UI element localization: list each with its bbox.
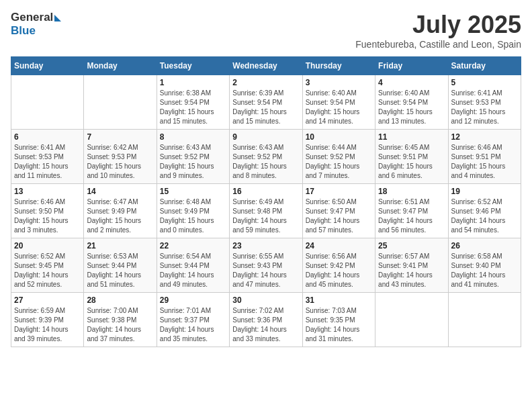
day-number: 13 (14, 187, 81, 196)
calendar-cell: 9Sunrise: 6:43 AM Sunset: 9:52 PM Daylig… (230, 130, 302, 184)
day-detail: Sunrise: 6:58 AM Sunset: 9:40 PM Dayligh… (451, 252, 518, 289)
day-detail: Sunrise: 6:42 AM Sunset: 9:53 PM Dayligh… (87, 143, 153, 181)
day-number: 26 (451, 241, 518, 250)
day-number: 31 (306, 295, 372, 305)
calendar-cell: 7Sunrise: 6:42 AM Sunset: 9:53 PM Daylig… (84, 130, 157, 184)
calendar-cell: 30Sunrise: 7:02 AM Sunset: 9:36 PM Dayli… (230, 293, 302, 347)
logo-general: General (11, 11, 53, 24)
day-number: 7 (87, 132, 153, 142)
day-detail: Sunrise: 6:55 AM Sunset: 9:43 PM Dayligh… (232, 252, 299, 289)
calendar-cell: 14Sunrise: 6:47 AM Sunset: 9:49 PM Dayli… (84, 184, 157, 238)
month-year: July 2025 (355, 11, 521, 39)
day-number: 14 (87, 187, 153, 196)
calendar-cell: 31Sunrise: 7:03 AM Sunset: 9:35 PM Dayli… (302, 293, 375, 347)
day-detail: Sunrise: 6:52 AM Sunset: 9:45 PM Dayligh… (14, 252, 81, 289)
day-number: 4 (378, 78, 445, 87)
day-detail: Sunrise: 6:48 AM Sunset: 9:49 PM Dayligh… (160, 197, 226, 235)
weekday-header-saturday: Saturday (448, 57, 521, 75)
day-number: 19 (451, 187, 518, 196)
day-number: 17 (306, 187, 372, 196)
calendar-cell: 19Sunrise: 6:52 AM Sunset: 9:46 PM Dayli… (448, 184, 521, 238)
day-detail: Sunrise: 6:40 AM Sunset: 9:54 PM Dayligh… (378, 89, 445, 126)
weekday-header-thursday: Thursday (302, 57, 375, 75)
day-number: 16 (232, 187, 299, 196)
calendar-cell: 13Sunrise: 6:46 AM Sunset: 9:50 PM Dayli… (11, 184, 84, 238)
day-detail: Sunrise: 7:01 AM Sunset: 9:37 PM Dayligh… (160, 306, 226, 344)
day-detail: Sunrise: 6:51 AM Sunset: 9:47 PM Dayligh… (378, 197, 445, 235)
day-number: 6 (14, 132, 81, 142)
day-number: 29 (160, 295, 226, 305)
location: Fuentebureba, Castille and Leon, Spain (355, 39, 521, 50)
day-number: 20 (14, 241, 81, 250)
weekday-header-friday: Friday (375, 57, 448, 75)
day-detail: Sunrise: 6:44 AM Sunset: 9:52 PM Dayligh… (306, 143, 372, 181)
calendar-cell: 2Sunrise: 6:39 AM Sunset: 9:54 PM Daylig… (230, 75, 302, 130)
calendar-cell: 28Sunrise: 7:00 AM Sunset: 9:38 PM Dayli… (84, 293, 157, 347)
day-number: 5 (451, 78, 518, 87)
day-number: 25 (378, 241, 445, 250)
calendar-cell: 26Sunrise: 6:58 AM Sunset: 9:40 PM Dayli… (448, 238, 521, 293)
day-number: 2 (232, 78, 299, 87)
day-number: 10 (306, 132, 372, 142)
calendar-cell: 3Sunrise: 6:40 AM Sunset: 9:54 PM Daylig… (302, 75, 375, 130)
calendar-cell (11, 75, 84, 130)
day-number: 11 (378, 132, 445, 142)
calendar-cell: 12Sunrise: 6:46 AM Sunset: 9:51 PM Dayli… (448, 130, 521, 184)
day-detail: Sunrise: 6:46 AM Sunset: 9:50 PM Dayligh… (14, 197, 81, 235)
calendar-cell: 5Sunrise: 6:41 AM Sunset: 9:53 PM Daylig… (448, 75, 521, 130)
day-number: 9 (232, 132, 299, 142)
weekday-header-sunday: Sunday (11, 57, 84, 75)
day-number: 12 (451, 132, 518, 142)
logo-blue: Blue (11, 24, 36, 38)
day-detail: Sunrise: 6:43 AM Sunset: 9:52 PM Dayligh… (232, 143, 299, 181)
calendar-cell: 15Sunrise: 6:48 AM Sunset: 9:49 PM Dayli… (157, 184, 229, 238)
day-number: 18 (378, 187, 445, 196)
day-detail: Sunrise: 6:52 AM Sunset: 9:46 PM Dayligh… (451, 197, 518, 235)
logo: General Blue (11, 11, 61, 38)
day-detail: Sunrise: 7:02 AM Sunset: 9:36 PM Dayligh… (232, 306, 299, 344)
calendar-cell (448, 293, 521, 347)
calendar-cell: 24Sunrise: 6:56 AM Sunset: 9:42 PM Dayli… (302, 238, 375, 293)
calendar-table: SundayMondayTuesdayWednesdayThursdayFrid… (11, 56, 521, 347)
calendar-cell: 22Sunrise: 6:54 AM Sunset: 9:44 PM Dayli… (157, 238, 229, 293)
calendar-cell: 1Sunrise: 6:38 AM Sunset: 9:54 PM Daylig… (157, 75, 229, 130)
calendar-cell: 16Sunrise: 6:49 AM Sunset: 9:48 PM Dayli… (230, 184, 302, 238)
day-number: 3 (306, 78, 372, 87)
day-detail: Sunrise: 6:41 AM Sunset: 9:53 PM Dayligh… (451, 89, 518, 126)
weekday-header-wednesday: Wednesday (230, 57, 302, 75)
day-number: 21 (87, 241, 153, 250)
calendar-cell (84, 75, 157, 130)
day-detail: Sunrise: 7:03 AM Sunset: 9:35 PM Dayligh… (306, 306, 372, 344)
calendar-cell: 20Sunrise: 6:52 AM Sunset: 9:45 PM Dayli… (11, 238, 84, 293)
logo-triangle-icon (54, 15, 61, 21)
page-header: General Blue July 2025 Fuentebureba, Cas… (11, 11, 521, 50)
day-number: 8 (160, 132, 226, 142)
day-detail: Sunrise: 6:38 AM Sunset: 9:54 PM Dayligh… (160, 89, 226, 126)
day-detail: Sunrise: 6:59 AM Sunset: 9:39 PM Dayligh… (14, 306, 81, 344)
day-number: 28 (87, 295, 153, 305)
calendar-cell: 29Sunrise: 7:01 AM Sunset: 9:37 PM Dayli… (157, 293, 229, 347)
calendar-cell: 18Sunrise: 6:51 AM Sunset: 9:47 PM Dayli… (375, 184, 448, 238)
title-block: July 2025 Fuentebureba, Castille and Leo… (355, 11, 521, 50)
calendar-cell: 11Sunrise: 6:45 AM Sunset: 9:51 PM Dayli… (375, 130, 448, 184)
day-number: 30 (232, 295, 299, 305)
day-detail: Sunrise: 6:45 AM Sunset: 9:51 PM Dayligh… (378, 143, 445, 181)
day-detail: Sunrise: 6:56 AM Sunset: 9:42 PM Dayligh… (306, 252, 372, 289)
calendar-cell: 25Sunrise: 6:57 AM Sunset: 9:41 PM Dayli… (375, 238, 448, 293)
day-number: 22 (160, 241, 226, 250)
day-detail: Sunrise: 7:00 AM Sunset: 9:38 PM Dayligh… (87, 306, 153, 344)
calendar-cell: 10Sunrise: 6:44 AM Sunset: 9:52 PM Dayli… (302, 130, 375, 184)
calendar-cell (375, 293, 448, 347)
day-detail: Sunrise: 6:41 AM Sunset: 9:53 PM Dayligh… (14, 143, 81, 181)
day-detail: Sunrise: 6:40 AM Sunset: 9:54 PM Dayligh… (306, 89, 372, 126)
calendar-cell: 23Sunrise: 6:55 AM Sunset: 9:43 PM Dayli… (230, 238, 302, 293)
day-detail: Sunrise: 6:47 AM Sunset: 9:49 PM Dayligh… (87, 197, 153, 235)
day-detail: Sunrise: 6:39 AM Sunset: 9:54 PM Dayligh… (232, 89, 299, 126)
day-detail: Sunrise: 6:49 AM Sunset: 9:48 PM Dayligh… (232, 197, 299, 235)
calendar-cell: 8Sunrise: 6:43 AM Sunset: 9:52 PM Daylig… (157, 130, 229, 184)
calendar-cell: 17Sunrise: 6:50 AM Sunset: 9:47 PM Dayli… (302, 184, 375, 238)
weekday-header-monday: Monday (84, 57, 157, 75)
calendar-cell: 4Sunrise: 6:40 AM Sunset: 9:54 PM Daylig… (375, 75, 448, 130)
day-number: 24 (306, 241, 372, 250)
weekday-header-tuesday: Tuesday (157, 57, 229, 75)
